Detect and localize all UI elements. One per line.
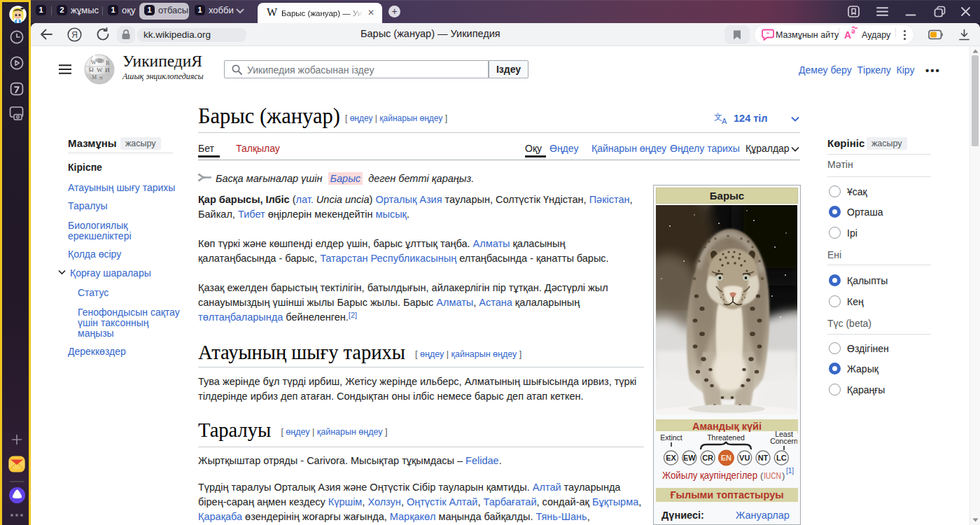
svg-text:LC: LC bbox=[776, 454, 787, 462]
svg-text:“: “ bbox=[766, 31, 770, 38]
svg-text:Concern: Concern bbox=[770, 437, 797, 445]
svg-text:EX: EX bbox=[666, 454, 676, 462]
svg-text:M: M bbox=[92, 74, 97, 80]
svg-text:EW: EW bbox=[683, 454, 696, 462]
svg-text:NT: NT bbox=[758, 454, 769, 462]
svg-text:A: A bbox=[722, 117, 727, 125]
svg-text:Жойылу қаупіндегілер: Жойылу қаупіндегілер bbox=[662, 470, 757, 481]
svg-text:IUCN: IUCN bbox=[764, 470, 781, 481]
svg-text:И: И bbox=[105, 66, 110, 74]
svg-text:Ω: Ω bbox=[89, 66, 94, 73]
svg-text:B: B bbox=[106, 60, 109, 66]
svg-text:W: W bbox=[97, 66, 103, 74]
svg-text:Я: Я bbox=[71, 30, 78, 40]
svg-text:ה: ה bbox=[99, 75, 103, 81]
svg-text:CR: CR bbox=[702, 454, 713, 462]
svg-text:EN: EN bbox=[721, 454, 732, 462]
svg-text:[1]: [1] bbox=[786, 467, 794, 475]
svg-text:Extinct: Extinct bbox=[660, 433, 682, 442]
svg-text:): ) bbox=[782, 470, 785, 481]
svg-text:VU: VU bbox=[739, 454, 750, 462]
svg-text:Threatened: Threatened bbox=[707, 433, 745, 442]
